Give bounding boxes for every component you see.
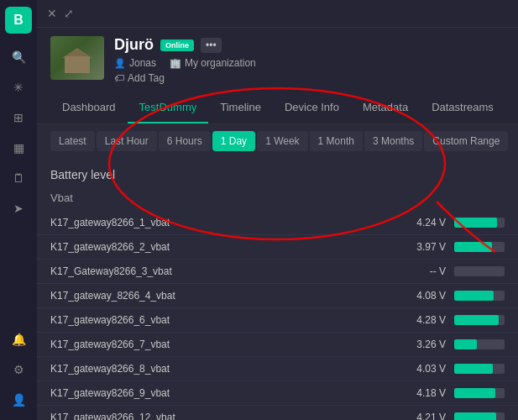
bar-container [454, 291, 505, 301]
device-thumbnail [50, 36, 104, 80]
row-device-name: K17_gateway8266_12_vbat [50, 412, 400, 420]
row-device-name: K17_gateway8266_8_vbat [50, 363, 400, 375]
bar-container [454, 364, 505, 374]
time-tab-3months[interactable]: 3 Months [364, 131, 422, 151]
user-icon: 👤 [114, 58, 126, 69]
header-bar: ✕ ⤢ [37, 0, 518, 28]
row-value: 4.08 V [400, 290, 446, 302]
table-row: K17_gateway_8266_4_vbat 4.08 V [37, 284, 518, 308]
row-device-name: K17_gateway8266_1_vbat [50, 217, 400, 228]
profile-icon[interactable]: 👤 [5, 386, 32, 413]
time-tab-1month[interactable]: 1 Month [310, 131, 363, 151]
table-row: K17_gateway8266_8_vbat 4.03 V [37, 357, 518, 381]
search-icon[interactable]: 🔍 [5, 44, 32, 71]
bar-fill [454, 315, 499, 325]
device-name: Djurö [114, 36, 154, 54]
bar-container [454, 315, 505, 325]
battery-section-header: Battery level [37, 158, 518, 188]
bar-fill [454, 412, 496, 420]
reports-icon[interactable]: 🗒 [5, 165, 32, 192]
tab-testdummy[interactable]: TestDummy [128, 92, 209, 123]
time-tab-custom-range[interactable]: Custom Range [424, 131, 508, 151]
org-name[interactable]: My organization [185, 57, 256, 69]
nav-tabs: Dashboard TestDummy Timeline Device Info… [37, 92, 518, 124]
user-info: 👤 Jonas [114, 57, 156, 69]
add-tag-label: Add Tag [128, 72, 165, 84]
time-tab-last-hour[interactable]: Last Hour [97, 131, 157, 151]
bar-container [454, 339, 505, 349]
settings-icon[interactable]: ⚙ [5, 356, 32, 383]
close-button[interactable]: ✕ [47, 7, 57, 20]
battery-vbat-header: Vbat [37, 188, 518, 211]
content-area: Battery level Vbat K17_gateway8266_1_vba… [37, 158, 518, 420]
tab-metadata[interactable]: Metadata [351, 92, 420, 123]
table-row: K17_gateway8266_9_vbat 4.18 V [37, 381, 518, 406]
sun-icon[interactable]: ✳ [5, 74, 32, 101]
more-button[interactable]: ••• [201, 38, 222, 53]
table-row: K17_gateway8266_6_vbat 4.28 V [37, 308, 518, 333]
bar-fill [454, 364, 493, 374]
bar-container [454, 266, 505, 276]
battery-rows: K17_gateway8266_1_vbat 4.24 V K17_gatewa… [37, 211, 518, 420]
row-value: -- V [400, 265, 446, 277]
time-tab-latest[interactable]: Latest [50, 131, 95, 151]
bar-container [454, 412, 505, 420]
bar-container [454, 388, 505, 398]
tab-device-info[interactable]: Device Info [273, 92, 351, 123]
row-value: 4.28 V [400, 314, 446, 326]
time-tabs: Latest Last Hour 6 Hours 1 Day 1 Week 1 … [37, 124, 518, 158]
expand-button[interactable]: ⤢ [64, 7, 74, 20]
tab-timeline[interactable]: Timeline [208, 92, 273, 123]
send-icon[interactable]: ➤ [5, 195, 32, 222]
bar-fill [454, 291, 494, 301]
org-icon: 🏢 [170, 58, 181, 69]
main-content: ✕ ⤢ Djurö Online ••• 👤 Jonas 🏢 [37, 0, 518, 420]
bar-container [454, 242, 505, 252]
device-name-row: Djurö Online ••• [114, 36, 505, 54]
row-device-name: K17_gateway_8266_4_vbat [50, 290, 400, 302]
alert-icon[interactable]: 🔔 [5, 326, 32, 353]
device-image [50, 36, 104, 80]
time-tab-6hours[interactable]: 6 Hours [159, 131, 211, 151]
device-header: Djurö Online ••• 👤 Jonas 🏢 My organizati… [37, 28, 518, 92]
time-tab-1week[interactable]: 1 Week [257, 131, 307, 151]
bar-container [454, 218, 505, 228]
bar-fill [454, 218, 497, 228]
user-name: Jonas [129, 57, 156, 69]
table-row: K17_Gateway8266_3_vbat -- V [37, 260, 518, 284]
add-tag-button[interactable]: 🏷 Add Tag [114, 72, 165, 84]
table-row: K17_gateway8266_1_vbat 4.24 V [37, 211, 518, 235]
time-tab-1day[interactable]: 1 Day [212, 131, 255, 151]
bar-fill [454, 388, 495, 398]
row-value: 4.18 V [400, 387, 446, 399]
row-device-name: K17_gateway8266_6_vbat [50, 314, 400, 326]
apps-icon[interactable]: ▦ [5, 134, 32, 161]
row-device-name: K17_gateway8266_2_vbat [50, 241, 400, 253]
online-badge: Online [160, 39, 194, 51]
app-logo[interactable]: B [5, 7, 32, 34]
row-device-name: K17_gateway8266_9_vbat [50, 387, 400, 399]
tab-datastreams[interactable]: Datastreams [420, 92, 505, 123]
grid-icon[interactable]: ⊞ [5, 104, 32, 131]
bar-fill [454, 339, 477, 349]
row-device-name: K17_gateway8266_7_vbat [50, 339, 400, 350]
row-value: 4.24 V [400, 217, 446, 228]
table-row: K17_gateway8266_12_vbat 4.21 V [37, 406, 518, 420]
row-value: 3.97 V [400, 241, 446, 253]
sidebar: B 🔍 ✳ ⊞ ▦ 🗒 ➤ 🔔 ⚙ 👤 [0, 0, 37, 420]
tab-dashboard[interactable]: Dashboard [50, 92, 128, 123]
org-info: 🏢 My organization [170, 57, 256, 69]
row-value: 3.26 V [400, 339, 446, 350]
device-meta-row: 👤 Jonas 🏢 My organization [114, 57, 505, 69]
device-info: Djurö Online ••• 👤 Jonas 🏢 My organizati… [114, 36, 505, 84]
table-row: K17_gateway8266_2_vbat 3.97 V [37, 235, 518, 260]
bar-fill [454, 242, 492, 252]
row-value: 4.03 V [400, 363, 446, 375]
row-value: 4.21 V [400, 412, 446, 420]
tag-icon: 🏷 [114, 72, 124, 84]
row-device-name: K17_Gateway8266_3_vbat [50, 265, 400, 277]
table-row: K17_gateway8266_7_vbat 3.26 V [37, 333, 518, 357]
